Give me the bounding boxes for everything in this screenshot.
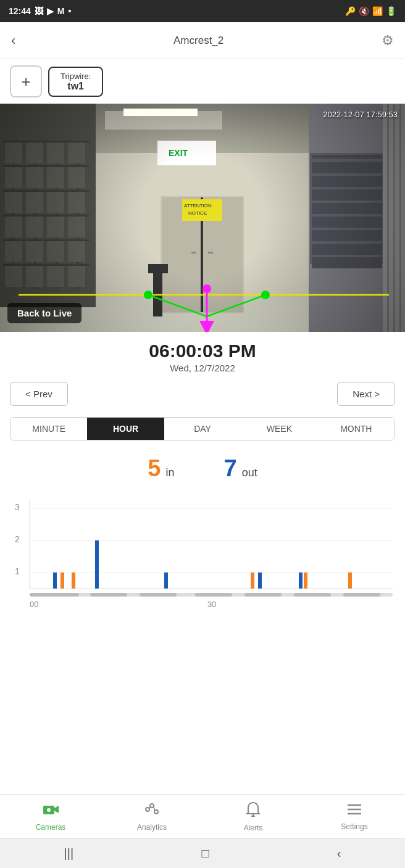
status-key-icon: 🔑 <box>345 6 356 16</box>
svg-rect-31 <box>251 572 254 589</box>
svg-rect-21 <box>244 593 282 597</box>
svg-rect-29 <box>95 540 99 589</box>
android-nav: ||| □ ‹ <box>0 838 405 868</box>
camera-feed: 2022-12-07 17:59:53 Back to Live <box>0 104 405 332</box>
svg-text:00: 00 <box>30 600 38 609</box>
in-label: in <box>165 466 174 479</box>
count-in: 5 in <box>148 455 174 482</box>
out-count: 7 <box>223 455 236 482</box>
tab-day[interactable]: DAY <box>164 418 241 440</box>
nav-analytics[interactable]: Analytics <box>101 795 203 838</box>
page-title: Amcrest_2 <box>173 35 223 47</box>
alerts-label: Alerts <box>244 824 263 832</box>
svg-text:1: 1 <box>15 566 20 576</box>
tripwire-label: Tripwire: <box>61 72 91 81</box>
tripwire-button[interactable]: Tripwire: tw1 <box>48 67 103 97</box>
svg-rect-26 <box>53 572 57 589</box>
svg-rect-28 <box>72 572 75 589</box>
status-time: 12:44 <box>9 6 31 16</box>
status-wifi-icon: 📶 <box>372 6 383 16</box>
svg-point-38 <box>47 808 51 812</box>
camera-timestamp: 2022-12-07 17:59:53 <box>323 110 398 119</box>
time-display: 06:00:03 PM Wed, 12/7/2022 <box>0 332 405 376</box>
controls-row: + Tripwire: tw1 <box>0 59 405 104</box>
alerts-icon <box>246 801 261 821</box>
back-to-live-button[interactable]: Back to Live <box>7 303 81 323</box>
cameras-label: Cameras <box>36 823 66 832</box>
cameras-icon <box>42 802 59 820</box>
out-label: out <box>242 466 257 479</box>
svg-rect-22 <box>294 593 331 597</box>
svg-rect-23 <box>343 593 380 597</box>
svg-rect-18 <box>90 593 127 597</box>
in-count: 5 <box>148 455 161 482</box>
android-menu-icon[interactable]: ||| <box>64 846 74 861</box>
svg-marker-37 <box>54 806 59 813</box>
camera-canvas <box>0 104 405 332</box>
svg-rect-35 <box>348 572 352 589</box>
svg-rect-27 <box>61 572 64 589</box>
bar-chart: 3 2 1 00 30 <box>10 493 395 616</box>
tripwire-value: tw1 <box>61 81 91 92</box>
nav-settings[interactable]: Settings <box>304 795 405 838</box>
header: ‹ Amcrest_2 ⚙ <box>0 22 405 59</box>
count-out: 7 out <box>223 455 257 482</box>
prev-button[interactable]: < Prev <box>10 382 68 406</box>
tab-week[interactable]: WEEK <box>241 418 317 440</box>
nav-row: < Prev Next > <box>0 376 405 412</box>
nav-alerts[interactable]: Alerts <box>203 795 304 838</box>
current-time: 06:00:03 PM <box>0 341 405 362</box>
svg-line-42 <box>149 807 151 808</box>
android-home-icon[interactable]: □ <box>201 846 209 861</box>
analytics-icon <box>144 802 160 820</box>
settings-label: Settings <box>341 822 367 831</box>
svg-rect-30 <box>164 572 168 589</box>
svg-text:2: 2 <box>15 534 20 544</box>
svg-rect-33 <box>299 572 303 589</box>
svg-point-39 <box>146 808 149 811</box>
nav-cameras[interactable]: Cameras <box>0 795 101 838</box>
period-tabs: MINUTE HOUR DAY WEEK MONTH <box>10 417 395 440</box>
status-right: 🔑 🔇 📶 🔋 <box>345 6 396 16</box>
bottom-nav: Cameras Analytics Alerts <box>0 794 405 838</box>
status-left: 12:44 🖼 ▶ M • <box>9 6 71 16</box>
settings-icon[interactable]: ⚙ <box>382 33 394 49</box>
status-play-icon: ▶ <box>47 6 54 16</box>
tab-hour[interactable]: HOUR <box>87 418 164 440</box>
status-dot-icon: • <box>68 6 71 16</box>
android-back-icon[interactable]: ‹ <box>337 846 341 861</box>
next-button[interactable]: Next > <box>337 382 395 406</box>
svg-text:30: 30 <box>207 600 216 609</box>
add-button[interactable]: + <box>10 65 42 97</box>
chart-area: 3 2 1 00 30 <box>0 487 405 619</box>
svg-rect-17 <box>30 593 79 597</box>
tab-month[interactable]: MONTH <box>318 418 395 440</box>
svg-rect-20 <box>195 593 232 597</box>
analytics-label: Analytics <box>137 823 167 832</box>
back-button[interactable]: ‹ <box>11 33 15 49</box>
current-date: Wed, 12/7/2022 <box>0 363 405 373</box>
svg-text:3: 3 <box>15 502 20 512</box>
status-bar: 12:44 🖼 ▶ M • 🔑 🔇 📶 🔋 <box>0 0 405 22</box>
tab-minute[interactable]: MINUTE <box>10 418 87 440</box>
count-row: 5 in 7 out <box>0 445 405 487</box>
svg-line-43 <box>154 807 155 811</box>
svg-rect-32 <box>258 572 262 589</box>
status-photo-icon: 🖼 <box>35 6 43 16</box>
settings-nav-icon <box>346 803 362 820</box>
svg-rect-34 <box>304 572 307 589</box>
svg-rect-19 <box>140 593 177 597</box>
status-battery-icon: 🔋 <box>386 6 396 16</box>
status-mute-icon: 🔇 <box>359 6 369 16</box>
status-gmail-icon: M <box>57 6 65 16</box>
